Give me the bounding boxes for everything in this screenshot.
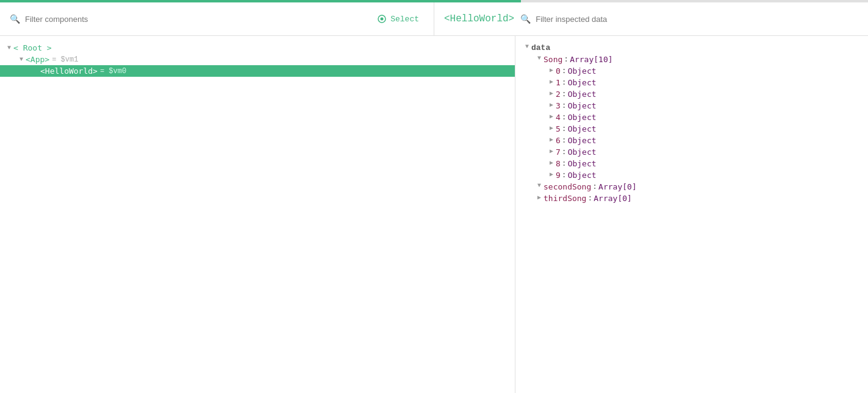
data-panel: ▼ data ▼ Song : Array[10] ▶ 0 : Object ▶…: [515, 36, 868, 393]
component-name: <HelloWorld>: [444, 13, 514, 24]
data-item-7[interactable]: ▶ 7 : Object: [515, 146, 868, 158]
data-item-8[interactable]: ▶ 8 : Object: [515, 158, 868, 169]
song-key: Song: [543, 55, 562, 64]
select-label: Select: [390, 15, 419, 24]
root-tag: < Root >: [13, 43, 52, 52]
data-item-3[interactable]: ▶ 3 : Object: [515, 100, 868, 112]
data-item-2[interactable]: ▶ 2 : Object: [515, 88, 868, 100]
helloworld-vm-var: = $vm0: [100, 67, 126, 76]
data-item-4[interactable]: ▶ 4 : Object: [515, 112, 868, 123]
root-arrow: ▼: [5, 44, 13, 51]
tree-item-app[interactable]: ▼ <App> = $vm1: [0, 54, 515, 65]
app-arrow: ▼: [17, 56, 26, 63]
data-item-thirdsong[interactable]: ▶ thirdSong : Array[0]: [515, 193, 868, 204]
data-item-9[interactable]: ▶ 9 : Object: [515, 169, 868, 181]
filter-components-input[interactable]: [25, 15, 372, 24]
app-container: 🔍 Select <HelloWorld> 🔍 ▼ < Root >: [0, 0, 868, 393]
filter-inspected-data-input[interactable]: [536, 15, 858, 24]
data-item-secondsong[interactable]: ▼ secondSong : Array[0]: [515, 181, 868, 193]
filter-data-search-icon: 🔍: [520, 14, 531, 24]
svg-point-1: [381, 18, 384, 21]
select-button[interactable]: Select: [372, 12, 424, 26]
song-colon: :: [564, 55, 569, 64]
song-value: Array[10]: [570, 55, 612, 64]
app-vm-var: = $vm1: [52, 55, 78, 64]
main-content: ▼ < Root > ▼ <App> = $vm1 <HelloWorld> =…: [0, 36, 868, 393]
song-arrow: ▼: [535, 55, 543, 62]
data-section-arrow: ▼: [523, 43, 531, 50]
header: 🔍 Select <HelloWorld> 🔍: [0, 2, 868, 36]
app-tag: <App>: [26, 55, 49, 64]
data-item-1[interactable]: ▶ 1 : Object: [515, 77, 868, 88]
helloworld-tag: <HelloWorld>: [40, 66, 98, 76]
data-item-0[interactable]: ▶ 0 : Object: [515, 65, 868, 77]
data-item-song[interactable]: ▼ Song : Array[10]: [515, 54, 868, 65]
search-icon: 🔍: [10, 14, 20, 24]
header-right: <HelloWorld> 🔍: [434, 2, 868, 35]
tree-item-root[interactable]: ▼ < Root >: [0, 42, 515, 54]
tree-item-helloworld[interactable]: <HelloWorld> = $vm0: [0, 65, 515, 77]
header-left: 🔍 Select: [0, 2, 434, 35]
data-section-label: data: [531, 43, 550, 52]
data-section[interactable]: ▼ data: [515, 42, 868, 54]
component-tree-panel: ▼ < Root > ▼ <App> = $vm1 <HelloWorld> =…: [0, 36, 515, 393]
select-icon: [377, 14, 387, 24]
data-item-6[interactable]: ▶ 6 : Object: [515, 135, 868, 146]
data-item-5[interactable]: ▶ 5 : Object: [515, 123, 868, 135]
